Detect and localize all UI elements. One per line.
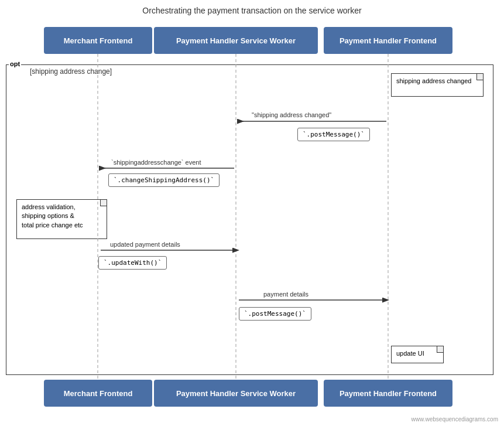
note-address-validation: address validation, shipping options & t… [16,199,107,239]
note-update-ui: update UI [391,346,444,363]
opt-label: opt [9,60,21,67]
code-postmessage-2: `.postMessage()` [239,307,311,321]
diagram-title: Orchestrating the payment transaction on… [0,0,504,20]
code-updatewith: `.updateWith()` [98,256,167,270]
actor-phsw-top: Payment Handler Service Worker [154,27,318,54]
actor-merchant-bottom: Merchant Frontend [44,380,152,407]
diagram-container: Orchestrating the payment transaction on… [0,0,504,426]
opt-condition: [shipping address change] [30,67,112,76]
actor-phsw-bottom: Payment Handler Service Worker [154,380,318,407]
watermark: www.websequencediagrams.com [412,416,498,422]
code-changeshipping: `.changeShippingAddress()` [108,173,220,187]
actor-phf-bottom: Payment Handler Frontend [324,380,452,407]
actor-phf-top: Payment Handler Frontend [324,27,452,54]
code-postmessage-1: `.postMessage()` [297,128,370,141]
note-shipping-changed: shipping address changed [391,73,484,97]
actor-merchant-top: Merchant Frontend [44,27,152,54]
